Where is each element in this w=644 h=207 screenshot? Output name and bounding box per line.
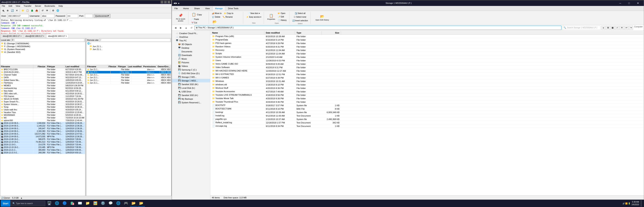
refresh-button[interactable]: ↺ <box>189 26 194 30</box>
menu-file[interactable]: File <box>1 4 6 8</box>
nav-music[interactable]: 🎵 Music <box>172 57 210 60</box>
exp-file-row[interactable]: 📁 Random Videos6/20/2019 8:31 PMFile fol… <box>211 45 644 48</box>
exp-file-row[interactable]: 📄 pagefile.sys1/15/2019 10:37 AMSystem f… <box>211 118 644 121</box>
cut-button[interactable]: ✂️ Cut <box>190 21 198 24</box>
local-file-row[interactable]: 📁 Vacation TripsFile folder2/10/2019 12:… <box>0 111 85 114</box>
nav-usb-drive[interactable]: 🔌 USB Drive <box>172 90 210 93</box>
taskbar-item-edge[interactable]: 🔵 <box>61 200 68 206</box>
tree-item-e[interactable]: 📁 E: (Storage 2 WD500AAK) <box>0 42 85 45</box>
quickconnect-button[interactable]: Quickconnect ▾ <box>94 14 110 18</box>
taskbar-item-filezilla[interactable]: 📂 <box>130 200 137 206</box>
exp-file-row-recovery[interactable]: 📁 Recovery9/12/2019 11:04 AMFile folder <box>211 48 644 52</box>
local-file-row[interactable]: 📁 WiiFile folder7/2/2019 10:16:16 AM <box>0 116 85 119</box>
header-name[interactable]: Name <box>211 31 264 34</box>
exp-file-row[interactable]: 📁 Wii U EXTRACTED9/19/2019 12:51 PMFile … <box>211 73 644 76</box>
pin-quickaccess-button[interactable]: 📌 Pin to Quickaccess <box>174 13 187 22</box>
toolbar-reconnect[interactable]: 🔄 <box>10 8 14 13</box>
local-file-row[interactable]: 📁 $RECYCLE.BINFile folder6/17/2019 9:26:… <box>0 68 85 71</box>
remote-file-row[interactable]: 📁 Jun 21 1...File folderdrw-r--r--XBOX X… <box>86 82 171 84</box>
exp-file-row[interactable]: 📁 Youtube Movie Talk4/20/2019 9:36 PMFil… <box>211 97 644 100</box>
forward-button[interactable]: ▶ <box>178 26 183 30</box>
maximize-button[interactable]: □ <box>164 1 167 4</box>
remote-header-filesize[interactable]: Filesize <box>108 65 117 68</box>
tree-item-f[interactable]: 📁 F: (Storage 1 WD2500AAK) <box>0 45 85 48</box>
remote-tree-jun2[interactable]: 📁 Jun 21 1... <box>86 48 171 50</box>
local-file-row[interactable]: 📁 New folderFile folder6/11/2019 9:30:12… <box>0 90 85 92</box>
nav-my-backups[interactable]: 💾 My Backups <box>172 97 210 100</box>
header-modified[interactable]: Last modified <box>65 65 85 68</box>
rename-button[interactable]: ✏️ Rename <box>222 15 234 18</box>
toolbar-network-wizard[interactable]: 🌐 <box>56 8 60 13</box>
exp-file-row[interactable]: 📁 Video Software4/2/2019 9:31 PMFile fol… <box>211 66 644 69</box>
local-file-row[interactable]: 📁 WD2500AAXFile folder5/3/2019 10:28:32.… <box>0 114 85 116</box>
taskbar-item-2[interactable]: 🌐 <box>53 200 60 206</box>
exp-file-row[interactable]: 📁 Scripts9/12/2019 11:04 AMFile folder <box>211 52 644 56</box>
nav-videos[interactable]: 🎬 Videos <box>172 64 210 68</box>
remote-header-modified[interactable]: Last modified <box>127 65 142 68</box>
nav-system-reserved[interactable]: 💾 System Reserved (... <box>172 100 210 104</box>
taskbar-item-photos[interactable]: 🖼️ <box>92 200 99 206</box>
local-file-row[interactable]: 🎬 2019-12-19-3...214,378FLV Video File (… <box>0 143 85 146</box>
taskbar-item-explorer[interactable]: 📁 <box>84 200 91 206</box>
ribbon-tab-view[interactable]: View <box>202 6 212 11</box>
remote-header-filetype[interactable]: Filetype <box>117 65 127 68</box>
menu-bookmarks[interactable]: Bookmarks <box>44 4 56 8</box>
header-size[interactable]: Size <box>322 31 341 34</box>
exp-file-row[interactable]: 📁 ProgramData6/15/2019 5:14 PMFile folde… <box>211 38 644 42</box>
header-filename[interactable]: Filename <box>0 65 33 68</box>
toolbar-settings[interactable]: ⚙ <box>51 8 55 13</box>
ribbon-tab-file[interactable]: File <box>172 6 180 11</box>
toolbar-new-connection[interactable]: 🔌 <box>1 8 5 13</box>
taskbar-search[interactable]: 🔍 Type here to search <box>11 201 45 206</box>
exp-file-row[interactable]: 📁 Youtube LIVE STREAM THUMBNAILS4/18/201… <box>211 93 644 97</box>
view-btn-undo[interactable]: ↩ <box>624 26 628 30</box>
menu-edit[interactable]: Edit <box>8 4 13 8</box>
local-file-row[interactable]: 🎬 2019-12-19 19-2...74,481,513FLV Video … <box>0 141 85 143</box>
password-input[interactable] <box>67 14 78 18</box>
toolbar-toggle-tree[interactable]: 🌲 <box>30 8 34 13</box>
session-tab-2[interactable]: xbox@192.168.0.17 × <box>24 34 46 38</box>
port-input[interactable] <box>85 14 92 18</box>
local-file-row[interactable]: 🎬 2019-12-04 00-3...1,040,834FLV Video F… <box>0 122 85 124</box>
username-input[interactable] <box>41 14 54 18</box>
header-filesize[interactable]: Filesize <box>33 65 46 68</box>
nav-this-pc[interactable]: 🖥️ This PC <box>172 39 210 42</box>
local-file-row-channel-trailer[interactable]: 📁 Channel TrailerFile folder9/17/2019 10… <box>0 74 85 76</box>
remote-file-row[interactable]: 📁 Jun 21 1...File folderdrw-r--r--XBOX X… <box>86 74 171 76</box>
nav-documents[interactable]: 📄 Documents <box>172 50 210 53</box>
remote-file-row[interactable]: 📁 Jun 21 1...File folderdrw-r--r--XBOX X… <box>86 76 171 79</box>
nav-sandisk[interactable]: 💾 Sandisk SSD (M:) <box>172 82 210 86</box>
nav-dvd-drive[interactable]: 💿 DVD RW Drive (D:) <box>172 72 210 75</box>
header-date[interactable]: Date modified <box>264 31 295 34</box>
invert-selection-button[interactable]: 🔄 Invert selection <box>291 19 309 22</box>
nav-storage1[interactable]: 💾 Storage 1 WD2... <box>172 79 210 82</box>
exp-file-row[interactable]: 📄 Reflect_install.log12/18/2018 1:57 PMT… <box>211 121 644 124</box>
session-tab-3[interactable]: xbox@192.168.0.17 × <box>46 34 68 38</box>
local-file-row[interactable]: 📁 SEGA CD ROMSFile folder3/3/2019 9:51:3… <box>0 98 85 100</box>
toolbar-toggle-hidden[interactable]: 👁 <box>45 8 49 13</box>
search-box[interactable]: 🔍 Search Storage 1 WD2500AAX (F:) <box>562 26 600 30</box>
ribbon-tab-home[interactable]: Home <box>181 6 191 11</box>
exp-file-row[interactable]: 📄 Install.log9/12/2018 11:00 AMText Docu… <box>211 114 644 118</box>
local-file-row[interactable]: 🎬 2019-12-04 00-3...2,340,383FLV Video F… <box>0 130 85 133</box>
menu-transfer[interactable]: Transfer <box>23 4 32 8</box>
nav-3d-objects[interactable]: 📦 3D Objects <box>172 42 210 46</box>
session-tab-1[interactable]: xbox@192.168.0.17 × <box>1 34 23 38</box>
minimize-button[interactable]: ─ <box>616 0 625 6</box>
exp-file-row[interactable]: 📁 Workout Stuff4/20/2019 8:36 PMFile fol… <box>211 86 644 90</box>
back-button[interactable]: ◀ <box>173 26 178 30</box>
local-file-row[interactable]: 📁 DATAFile folder9/22/2019 8:47:13... <box>0 76 85 79</box>
close-button[interactable]: ✕ <box>634 0 642 6</box>
open-button[interactable]: 📂 Open <box>277 12 288 15</box>
ribbon-tab-drive-tools[interactable]: Drive Tools <box>226 6 241 11</box>
move-to-button[interactable]: 🚚 Move to <box>211 12 222 15</box>
taskbar-item-explorer2[interactable]: 📂 <box>138 200 145 206</box>
exp-file-row-sysvolinfo[interactable]: 📁 System Volume Information2/1/2020 5:43… <box>211 56 644 59</box>
remote-file-row[interactable]: 📁 Jun 21 1...File folderdrw-r--r--XBOX X… <box>86 68 171 71</box>
taskbar-item-chrome[interactable]: 🌐 <box>114 200 122 206</box>
local-file-row[interactable]: 🎬 2019-12-21 0-2...268,390FLV Video File… <box>0 152 85 154</box>
history-button[interactable]: 🕐 History <box>277 18 288 22</box>
exp-file-row[interactable]: 📁 WII U GAMES6/27/2019 9:39 PMFile folde… <box>211 76 644 80</box>
view-btn-check[interactable]: ✓ <box>615 26 619 30</box>
menu-help[interactable]: Help <box>58 4 64 8</box>
